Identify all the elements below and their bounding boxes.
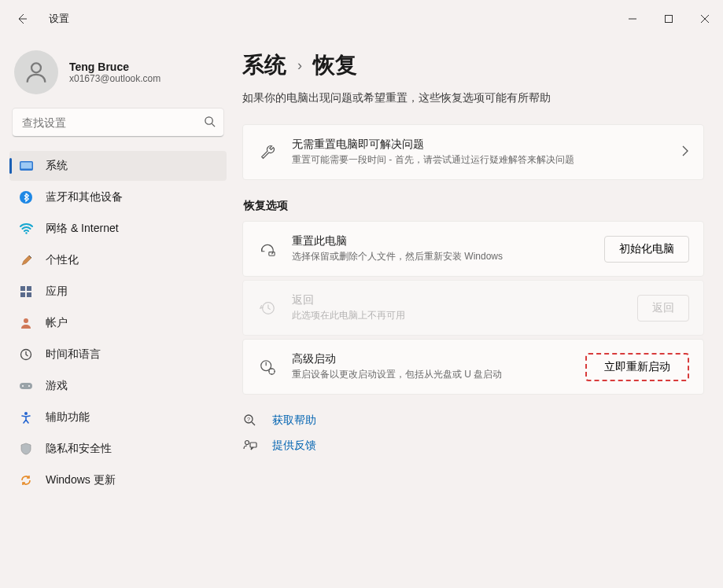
search-input[interactable] — [13, 108, 223, 137]
sidebar-item-label: 应用 — [46, 285, 68, 299]
advanced-title: 高级启动 — [292, 352, 571, 366]
get-help-link[interactable]: ? 获取帮助 — [242, 413, 704, 428]
sidebar-item-accounts[interactable]: 帐户 — [9, 308, 227, 338]
svg-point-20 — [24, 412, 28, 415]
user-block[interactable]: Teng Bruce x01673@outlook.com — [9, 44, 227, 108]
maximize-button[interactable] — [651, 6, 687, 31]
help-label: 获取帮助 — [272, 413, 316, 428]
user-name: Teng Bruce — [69, 61, 160, 73]
svg-line-6 — [212, 123, 215, 127]
sidebar-item-system[interactable]: 系统 — [9, 151, 227, 181]
account-icon — [19, 316, 33, 330]
give-feedback-link[interactable]: 提供反馈 — [242, 439, 704, 453]
sidebar-item-label: 隐私和安全性 — [46, 442, 112, 456]
svg-point-24 — [269, 368, 275, 373]
reset-title: 重置此电脑 — [292, 234, 590, 248]
sidebar-item-label: 辅助功能 — [46, 410, 90, 424]
goback-desc: 此选项在此电脑上不再可用 — [292, 309, 623, 322]
close-button[interactable] — [687, 6, 723, 31]
minimize-icon — [629, 15, 636, 23]
page-title: 恢复 — [313, 50, 357, 80]
svg-rect-17 — [20, 383, 32, 389]
feedback-icon — [242, 439, 258, 452]
reset-pc-panel: 重置此电脑 选择保留或删除个人文件，然后重新安装 Windows 初始化电脑 — [242, 221, 704, 277]
svg-point-4 — [31, 63, 41, 72]
sidebar-item-label: 时间和语言 — [46, 347, 101, 362]
history-icon — [257, 300, 278, 317]
svg-point-15 — [24, 318, 28, 323]
troubleshoot-title: 无需重置电脑即可解决问题 — [292, 138, 667, 152]
sidebar-item-accessibility[interactable]: 辅助功能 — [9, 402, 227, 432]
maximize-icon — [665, 15, 673, 23]
main-content: 系统 › 恢复 如果你的电脑出现问题或希望重置，这些恢复选项可能有所帮助 无需重… — [236, 38, 723, 588]
shield-icon — [19, 442, 33, 456]
svg-point-27 — [245, 441, 249, 445]
window-controls — [614, 6, 723, 31]
svg-rect-11 — [20, 286, 25, 291]
search-icon — [204, 116, 216, 130]
troubleshoot-desc: 重置可能需要一段时间 - 首先，请尝试通过运行疑难解答来解决问题 — [292, 153, 667, 167]
go-back-button: 返回 — [637, 295, 689, 322]
advanced-startup-panel: 高级启动 重启设备以更改启动设置，包括从光盘或 U 盘启动 立即重新启动 — [242, 339, 704, 395]
sidebar-item-apps[interactable]: 应用 — [9, 277, 227, 307]
back-button[interactable] — [8, 5, 36, 33]
reset-pc-button[interactable]: 初始化电脑 — [604, 236, 689, 263]
sidebar-item-label: 蓝牙和其他设备 — [46, 190, 123, 204]
bluetooth-icon — [19, 190, 33, 204]
svg-rect-28 — [250, 443, 256, 447]
chevron-right-icon: › — [297, 57, 302, 74]
sidebar-item-label: 帐户 — [46, 316, 68, 330]
help-icon: ? — [242, 413, 258, 428]
sidebar-item-label: Windows 更新 — [46, 473, 116, 487]
svg-point-10 — [25, 232, 27, 233]
page-subtitle: 如果你的电脑出现问题或希望重置，这些恢复选项可能有所帮助 — [242, 91, 704, 105]
apps-icon — [19, 285, 33, 299]
system-icon — [19, 159, 33, 173]
svg-rect-12 — [27, 286, 31, 291]
svg-rect-8 — [20, 162, 31, 168]
breadcrumb: 系统 › 恢复 — [242, 50, 704, 80]
advanced-desc: 重启设备以更改启动设置，包括从光盘或 U 盘启动 — [292, 368, 571, 381]
sidebar-item-personalization[interactable]: 个性化 — [9, 245, 227, 275]
titlebar: 设置 — [0, 0, 723, 38]
arrow-left-icon — [16, 13, 28, 25]
sidebar: Teng Bruce x01673@outlook.com 系统 蓝牙和其他设备… — [0, 38, 236, 588]
avatar — [14, 50, 58, 94]
minimize-button[interactable] — [614, 6, 651, 31]
sidebar-item-bluetooth[interactable]: 蓝牙和其他设备 — [9, 182, 227, 212]
person-icon — [23, 59, 50, 86]
restart-now-button[interactable]: 立即重新启动 — [585, 353, 689, 381]
breadcrumb-root[interactable]: 系统 — [242, 50, 286, 80]
sidebar-item-network[interactable]: 网络 & Internet — [9, 214, 227, 244]
power-gear-icon — [257, 358, 278, 376]
window-title: 设置 — [49, 12, 69, 26]
reset-desc: 选择保留或删除个人文件，然后重新安装 Windows — [292, 250, 590, 263]
wifi-icon — [19, 222, 33, 236]
sidebar-item-time-language[interactable]: 时间和语言 — [9, 340, 227, 369]
sidebar-item-label: 网络 & Internet — [46, 222, 119, 236]
troubleshoot-panel[interactable]: 无需重置电脑即可解决问题 重置可能需要一段时间 - 首先，请尝试通过运行疑难解答… — [242, 124, 704, 180]
goback-title: 返回 — [292, 293, 623, 307]
feedback-label: 提供反馈 — [272, 439, 316, 453]
wrench-icon — [257, 144, 278, 161]
footer-links: ? 获取帮助 提供反馈 — [242, 413, 704, 453]
sidebar-item-privacy[interactable]: 隐私和安全性 — [9, 434, 227, 464]
sidebar-item-windows-update[interactable]: Windows 更新 — [9, 465, 227, 495]
paintbrush-icon — [19, 253, 33, 267]
svg-point-19 — [28, 385, 30, 387]
search-box — [13, 108, 223, 137]
update-icon — [19, 473, 33, 487]
chevron-right-icon — [681, 145, 689, 159]
sidebar-item-label: 游戏 — [46, 379, 68, 393]
svg-rect-13 — [20, 292, 25, 297]
go-back-panel: 返回 此选项在此电脑上不再可用 返回 — [242, 280, 704, 336]
reset-icon — [257, 241, 278, 257]
user-email: x01673@outlook.com — [69, 73, 160, 84]
sidebar-item-label: 系统 — [46, 159, 68, 173]
svg-rect-1 — [666, 16, 673, 23]
clock-globe-icon — [19, 347, 33, 362]
sidebar-item-label: 个性化 — [46, 253, 79, 267]
gamepad-icon — [19, 379, 33, 393]
svg-point-18 — [22, 385, 24, 387]
sidebar-item-gaming[interactable]: 游戏 — [9, 371, 227, 401]
